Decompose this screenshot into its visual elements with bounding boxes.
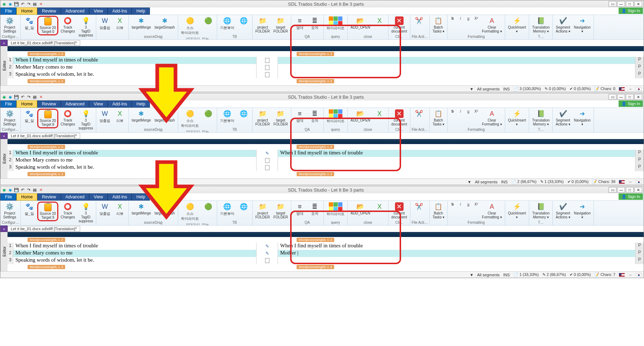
basic-viewer-button[interactable]: 🌐기본뷰어 <box>219 16 236 31</box>
side-panel-toggle[interactable]: » <box>0 133 8 139</box>
segment-row[interactable]: 2 Mother Mary comes to me P <box>8 157 644 164</box>
target-cell[interactable] <box>278 57 635 64</box>
quickinsert-button[interactable]: ⚡QuickInsert ▾ <box>507 16 528 34</box>
tab-addins[interactable]: Add-Ins <box>108 8 132 15</box>
format-i-button[interactable]: i <box>457 202 464 207</box>
format-u-button[interactable]: u <box>465 109 472 114</box>
sos-highlight-button[interactable]: 🟡소스 하이라이트 <box>180 16 200 36</box>
add-open-button[interactable]: 📂ADD_OPEN <box>349 109 372 123</box>
xls1-button[interactable]: X <box>372 16 387 26</box>
target-folder-button[interactable]: 📁target FOLDER <box>272 109 289 127</box>
segment-row[interactable]: 3 Speaking words of wisdom, let it be. P <box>8 164 644 171</box>
editor-side-label[interactable]: Editor <box>0 232 8 271</box>
wordcount-button[interactable]: Source 20 Target 9 <box>37 202 59 221</box>
editor-side-label[interactable]: Editor <box>0 139 8 178</box>
segment-row[interactable]: 3 Speaking words of wisdom, let it be. P <box>8 71 644 78</box>
source-cell[interactable]: Speaking words of wisdom, let it be. <box>13 71 257 78</box>
segment-row[interactable]: 2 Mother Mary comes to me P <box>8 64 644 71</box>
navigation-button[interactable]: ➜Navigation ▾ <box>572 109 592 127</box>
wordcount-button[interactable]: Source 20 Target 0 <box>37 16 59 35</box>
segment-row[interactable]: 1 When I find myself in times of trouble… <box>8 57 644 64</box>
tab-view[interactable]: View <box>89 100 108 108</box>
status-filter[interactable]: All segments <box>475 180 497 184</box>
tab-review[interactable]: Review <box>37 100 60 108</box>
current-doc-button[interactable]: ✕current document <box>390 16 409 34</box>
basic-viewer-button[interactable]: 🌐기본뷰어 <box>219 202 236 217</box>
basic-viewer-button[interactable]: 🌐기본뷰어 <box>219 109 236 124</box>
xls1-button[interactable]: X <box>372 202 387 212</box>
palil-button[interactable]: 🐾팔_일 <box>22 109 36 124</box>
navigation-button[interactable]: ➜Navigation ▾ <box>572 202 592 220</box>
project-folder-button[interactable]: 📁project FOLDER <box>254 109 272 127</box>
segment-actions-button[interactable]: ✔️Segment Actions ▾ <box>554 202 572 220</box>
tab-review[interactable]: Review <box>37 193 60 201</box>
cut-button[interactable]: ✂️ <box>412 202 426 212</box>
sign-in-button[interactable]: 👤Sign In <box>619 8 643 14</box>
color-grid-button[interactable]: 하이라이트 <box>325 202 346 217</box>
undo-icon[interactable]: ↶ <box>20 187 25 192</box>
qat-x-icon[interactable]: ✕ <box>38 187 43 192</box>
sos-none-button[interactable]: 🟢 <box>201 202 215 212</box>
document-tab[interactable]: Let it be_01.docx.sdlxliff [Translation]… <box>8 133 80 139</box>
project-settings-button[interactable]: ⚙️Project Settings <box>2 202 18 220</box>
tab-help[interactable]: Help <box>132 100 150 108</box>
segment-row[interactable]: 2 Mother Mary comes to me ✎ Mother | P <box>8 250 644 257</box>
minimize-button[interactable]: — <box>617 1 625 7</box>
close-button[interactable]: ✕ <box>634 1 642 7</box>
format-i-button[interactable]: i <box>457 109 464 114</box>
tab-advanced[interactable]: Advanced <box>61 100 89 108</box>
status-filter[interactable]: All segments <box>477 87 500 91</box>
source-cell[interactable]: Speaking words of wisdom, let it be. <box>13 164 257 171</box>
target-cell[interactable] <box>278 164 635 171</box>
yeongdae-button[interactable]: ≡영대 <box>293 16 307 31</box>
source-cell[interactable]: Mother Mary comes to me <box>13 250 257 257</box>
spellcheck-button[interactable]: W맞춤법 <box>98 109 112 124</box>
document-tab[interactable]: Let it be_01.docx.sdlxliff [Translation]… <box>8 226 80 232</box>
qat-x-icon[interactable]: ✕ <box>38 94 43 99</box>
target-cell[interactable] <box>278 71 635 78</box>
status-filter[interactable]: All segments <box>477 273 500 277</box>
target-folder-button[interactable]: 📁target FOLDER <box>272 202 289 220</box>
target-cell[interactable]: When I find myself in times of trouble <box>278 150 635 157</box>
target-cell[interactable]: Mother | <box>278 250 635 257</box>
tab-addins[interactable]: Add-Ins <box>108 100 132 108</box>
navigation-button[interactable]: ➜Navigation ▾ <box>572 16 592 34</box>
project-folder-button[interactable]: 📁project FOLDER <box>254 202 272 220</box>
format-b-button[interactable]: b <box>449 202 456 207</box>
tab-review[interactable]: Review <box>37 8 60 15</box>
wordcount-button[interactable]: Source 20 Target 8 <box>37 109 59 128</box>
target-merge-button[interactable]: ✱targetMerge <box>130 16 152 30</box>
qat-doc-icon[interactable]: ▤ <box>32 1 37 6</box>
batch-tasks-button[interactable]: 📋Batch Tasks ▾ <box>431 16 446 34</box>
sos-highlight-button[interactable]: 🟡소스 하이라이트 <box>180 109 200 129</box>
format-u-button[interactable]: u <box>465 16 472 21</box>
tagid-suppress-button[interactable]: 💡3 TagID suppress <box>77 109 94 131</box>
tm-button[interactable]: 📗Translation Memory ▾ <box>531 109 551 127</box>
format-u-button[interactable]: u <box>465 202 472 207</box>
editor-side-label[interactable]: Editor <box>0 46 8 85</box>
tab-home[interactable]: Home <box>16 8 37 15</box>
project-settings-button[interactable]: ⚙️Project Settings <box>2 16 18 34</box>
document-tab[interactable]: Let it be_01.docx.sdlxliff [Translation]… <box>8 40 80 46</box>
tm-button[interactable]: 📗Translation Memory ▾ <box>531 202 551 220</box>
quickinsert-button[interactable]: ⚡QuickInsert ▾ <box>507 109 528 127</box>
sign-in-button[interactable]: 👤Sign In <box>619 193 643 200</box>
flag-us-icon[interactable] <box>619 180 625 184</box>
sdl-icon[interactable]: ◉ <box>2 187 7 192</box>
spellcheck-button[interactable]: W맞춤법 <box>98 16 112 31</box>
status-cell[interactable]: ✎ <box>257 243 278 250</box>
project-folder-button[interactable]: 📁project FOLDER <box>254 16 272 34</box>
tab-advanced[interactable]: Advanced <box>61 8 89 15</box>
tm-button[interactable]: 📗Translation Memory ▾ <box>531 16 551 34</box>
review-button[interactable]: X리뷰 <box>113 16 127 31</box>
segment-row[interactable]: 1 When I find myself in times of trouble… <box>8 243 644 250</box>
sos-none-button[interactable]: 🟢 <box>201 16 215 26</box>
tb-button[interactable]: 🌐 <box>236 109 251 119</box>
target-merge-button[interactable]: ✱targetMerge <box>130 202 152 216</box>
tab-addins[interactable]: Add-Ins <box>108 193 132 201</box>
tagid-suppress-button[interactable]: 💡3 TagID suppress <box>77 16 94 38</box>
source-cell[interactable]: Speaking words of wisdom, let it be. <box>13 257 257 264</box>
status-cell[interactable] <box>257 57 278 64</box>
tab-file[interactable]: File <box>0 8 16 15</box>
close-button[interactable]: ✕ <box>634 94 642 100</box>
